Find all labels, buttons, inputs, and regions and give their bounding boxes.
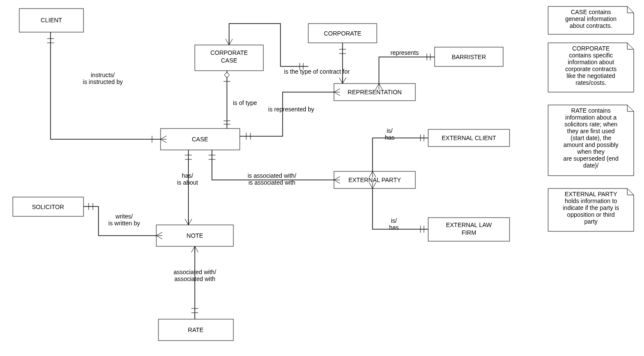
rel-case-externalparty: is associated with/is associated with [209,150,340,186]
rel-case-externalparty-label: is associated with/is associated with [247,172,296,186]
entity-corporate-label: CORPORATE [324,30,361,37]
rel-representation-barrister-label: represents [391,49,419,56]
rel-corpcase-case: is of type [224,71,257,129]
note-rate: RATE containsinformation about asolicito… [548,105,634,176]
entity-external-client-label: EXTERNAL CLIENT [441,135,496,141]
rel-extparty-extclient-label: is/has [385,127,395,141]
rel-note-rate-label: associated with/associated with [173,269,216,282]
rel-corpcase-case-label: is of type [233,99,257,106]
entity-representation-label: REPRESENTATION [348,89,402,96]
entity-external-party-label: EXTERNAL PARTY [349,177,401,183]
svg-text:RATE containsinformation about: RATE containsinformation about asolicito… [563,107,618,169]
rel-client-case: instructs/is instructed by [47,32,167,143]
rel-case-note-label: has/is about [177,172,198,186]
note-external-party: EXTERNAL PARTYholds information toindica… [548,188,634,231]
rel-solicitor-note: writes/is written by [83,203,162,239]
rel-extparty-extlawfirm-label: is/has [389,217,399,231]
rel-solicitor-note-label: writes/is written by [108,213,140,227]
rel-case-representation: is represented by [240,89,340,140]
note-case: CASE containsgeneral informationabout co… [548,6,634,34]
entity-rate-label: RATE [188,326,203,333]
rel-case-note: has/is about [177,150,198,225]
entity-client-label: CLIENT [41,17,62,24]
rel-corporate-representation [339,43,346,84]
entity-solicitor-label: SOLICITOR [32,203,64,210]
rel-corpcase-corporate-label: is the type of contract for [284,68,350,75]
rel-note-rate: associated with/associated with [173,246,216,319]
entity-case-label: CASE [192,136,208,143]
rel-client-case-label: instructs/is instructed by [83,72,122,85]
rel-case-representation-label: is represented by [268,106,314,113]
note-corporate: CORPORATEcontains specificinformation ab… [548,43,634,92]
entity-barrister-label: BARRISTER [452,54,486,60]
rel-extparty-extclient: is/has [369,127,428,177]
entity-note-label: NOTE [187,232,203,239]
rel-extparty-extlawfirm: is/has [369,182,428,233]
svg-text:CASE containsgeneral informati: CASE containsgeneral informationabout co… [565,9,617,29]
